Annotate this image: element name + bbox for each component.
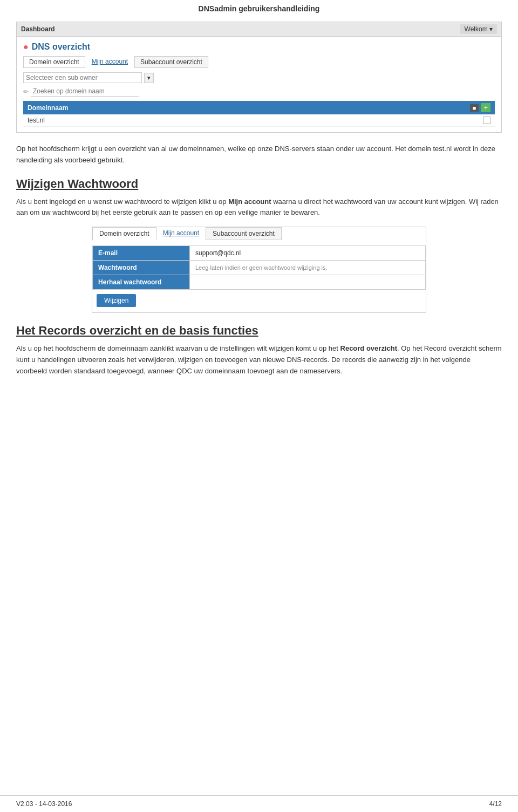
form-label-herhaal: Herhaal wachtwoord	[93, 275, 190, 290]
dns-overzicht-title: DNS overzicht	[32, 42, 90, 52]
tab-mijn-account[interactable]: Mijn account	[86, 56, 133, 68]
intro-text-part1: Op het hoofdscherm krijgt u een overzich…	[16, 145, 433, 153]
dashboard-screenshot: Dashboard Welkom ▾ ● DNS overzicht Domei…	[16, 22, 502, 133]
section-records-text1: Als u op het hoofdscherm de domeinnaam a…	[16, 344, 340, 352]
form-row-wachtwoord: Wachtwoord Leeg laten indien er geen wac…	[93, 261, 426, 275]
tabs-row: Domein overzicht Mijn account Subaccount…	[23, 56, 495, 68]
account-tab-mijn[interactable]: Mijn account	[156, 227, 206, 240]
wijzigen-button[interactable]: Wijzigen	[97, 294, 136, 307]
form-row-herhaal: Herhaal wachtwoord	[93, 275, 426, 290]
footer-page: 4/12	[489, 800, 502, 808]
intro-text: Op het hoofdscherm krijgt u een overzich…	[16, 144, 502, 166]
table-add-button[interactable]: +	[481, 103, 490, 112]
table-row: test.nl	[23, 114, 495, 127]
pencil-icon: ✏	[23, 88, 29, 95]
main-content: Dashboard Welkom ▾ ● DNS overzicht Domei…	[0, 22, 518, 418]
dns-icon: ●	[23, 42, 29, 52]
table-header-label: Domeinnaam	[28, 104, 470, 112]
section-wijzigen-title: Wijzigen Wachtwoord	[16, 177, 502, 191]
account-tabs-row: Domein overzicht Mijn account Subaccount…	[92, 227, 426, 240]
page-title: DNSadmin gebruikershandleiding	[0, 0, 518, 16]
sub-owner-row: ▾	[23, 72, 495, 83]
footer-version: V2.03 - 14-03-2016	[16, 800, 72, 808]
row-checkbox[interactable]	[483, 117, 490, 124]
section-wijzigen-paragraph: Als u bent ingelogd en u wenst uw wachtw…	[16, 197, 228, 206]
form-value-email[interactable]: support@qdc.nl	[190, 246, 426, 261]
table-header-actions: ■ +	[470, 103, 490, 112]
form-label-wachtwoord: Wachtwoord	[93, 261, 190, 275]
search-row: ✏	[23, 86, 495, 97]
account-tab-domein[interactable]: Domein overzicht	[92, 227, 156, 240]
mijn-account-bold: Mijn account	[228, 197, 271, 206]
welkom-button[interactable]: Welkom ▾	[460, 24, 497, 34]
screenshot-inner: ● DNS overzicht Domein overzicht Mijn ac…	[17, 37, 501, 132]
domain-name[interactable]: test.nl	[28, 117, 483, 124]
form-row-email: E-mail support@qdc.nl	[93, 246, 426, 261]
wachtwoord-hint: Leeg laten indien er geen wachtwoord wij…	[195, 264, 328, 271]
form-value-wachtwoord: Leeg laten indien er geen wachtwoord wij…	[190, 261, 426, 275]
table-header: Domeinnaam ■ +	[23, 101, 495, 114]
section-records-text: Als u op het hoofdscherm de domeinnaam a…	[16, 343, 502, 377]
section-wijzigen-text: Als u bent ingelogd en u wenst uw wachtw…	[16, 196, 502, 219]
dns-overzicht-header: ● DNS overzicht	[23, 42, 495, 52]
account-screenshot: Domein overzicht Mijn account Subaccount…	[92, 227, 426, 313]
account-form-table: E-mail support@qdc.nl Wachtwoord Leeg la…	[92, 245, 426, 290]
record-overzicht-bold: Record overzicht	[340, 344, 397, 352]
section-records-title: Het Records overzicht en de basis functi…	[16, 324, 502, 338]
search-input[interactable]	[31, 86, 139, 97]
sub-owner-dropdown-btn[interactable]: ▾	[144, 73, 154, 83]
tab-domein-overzicht[interactable]: Domein overzicht	[23, 56, 85, 68]
tab-subaccount-overzicht[interactable]: Subaccount overzicht	[134, 56, 208, 68]
intro-domain-example: test.nl	[433, 145, 452, 153]
sub-owner-input[interactable]	[23, 72, 142, 83]
screenshot-toolbar: Dashboard Welkom ▾	[17, 22, 501, 37]
page-footer: V2.03 - 14-03-2016 4/12	[0, 795, 518, 812]
form-value-herhaal[interactable]	[190, 275, 426, 290]
form-label-email: E-mail	[93, 246, 190, 261]
dashboard-label: Dashboard	[21, 25, 55, 33]
table-action-icon-button[interactable]: ■	[470, 104, 479, 112]
account-tab-subaccount[interactable]: Subaccount overzicht	[206, 227, 282, 240]
